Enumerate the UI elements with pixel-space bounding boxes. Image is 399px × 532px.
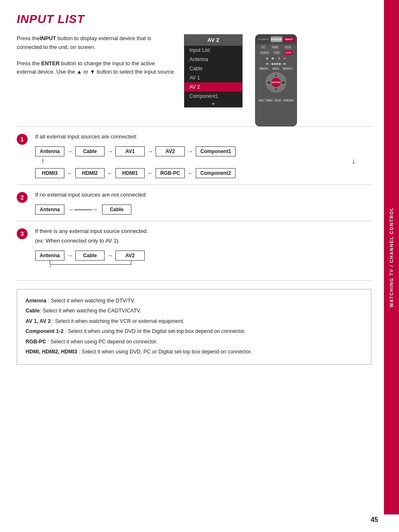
enter-bold: ENTER xyxy=(41,60,60,66)
menu-item-av1: AV 1 xyxy=(184,73,242,82)
section2: 2 If no external input sources are not c… xyxy=(17,184,371,221)
remote-bright-plus: BRIGHT+ xyxy=(282,67,293,70)
section2-content: If no external input sources are not con… xyxy=(35,191,371,215)
section1-badge: 1 xyxy=(17,134,28,145)
section1-row1: Antenna → Cable → AV1 → AV2 → Component1 xyxy=(35,146,371,156)
remote-tv-btn: TV xyxy=(260,45,266,49)
remote-enter-button: ENTER xyxy=(271,78,281,87)
section3-content: If there is any external input source co… xyxy=(35,228,371,269)
menu-mockup: AV 2 Input List Antenna Cable AV 1 AV 2 … xyxy=(184,34,243,126)
flow-cable: Cable xyxy=(75,146,105,156)
page-number: 45 xyxy=(371,516,378,524)
remote-fwd-btn: ▶▶ xyxy=(276,61,281,66)
v-arrow-left: ↑ xyxy=(41,157,45,165)
remote-play-btn: ▶ xyxy=(271,56,276,60)
arrow-l3: ← xyxy=(147,170,153,176)
flow-s2-cable: Cable xyxy=(102,205,131,215)
bottom-divider xyxy=(17,280,371,281)
flow-hdmi2: HDMI2 xyxy=(75,168,105,178)
flow-rgbpc: RGB-PC xyxy=(156,168,185,178)
remote-up-arrow: ▲ xyxy=(274,74,278,77)
arrow-l4: ← xyxy=(187,170,193,176)
remote-mockup: TV INPUT POWER INPUT TV DVB VCR AUDIO ST… xyxy=(255,34,297,126)
section1-diagram: Antenna → Cable → AV1 → AV2 → Component1… xyxy=(35,146,371,178)
flow-component2: Component2 xyxy=(196,168,235,178)
remote-pause-btn: ⏸ xyxy=(276,56,281,60)
flow-s3-cable: Cable xyxy=(75,251,105,261)
flow-hdmi3: HDMI3 xyxy=(35,168,64,178)
remote-rec-btn: ● xyxy=(282,56,287,60)
info-av-label: AV 1, AV 2 xyxy=(26,318,51,324)
remote-image: TV INPUT POWER INPUT TV DVB VCR AUDIO ST… xyxy=(255,34,297,126)
info-cable-label: Cable xyxy=(26,308,40,314)
v-arrow-right: ↓ xyxy=(352,157,356,165)
page-title: INPUT LIST xyxy=(17,13,371,26)
section1-content: If all external input sources are connec… xyxy=(35,133,371,178)
remote-next-btn: ⏭ xyxy=(282,61,287,66)
sidebar-label: WATCHING TV / CHANNEL CONTROL xyxy=(389,207,394,307)
sidebar: WATCHING TV / CHANNEL CONTROL xyxy=(384,0,399,514)
remote-mode-row: TV DVB VCR xyxy=(258,45,294,49)
s3-arrow2: → xyxy=(107,252,113,259)
remote-mode2-row: AUDIO STB HDMI xyxy=(258,51,294,55)
section1-label: If all external input sources are connec… xyxy=(35,133,371,141)
menu-arrow-down: ▼ xyxy=(184,101,242,107)
flow-av2: AV2 xyxy=(156,146,185,156)
menu-item-component1: Component1 xyxy=(184,92,242,101)
flow-antenna: Antenna xyxy=(35,146,64,156)
arrow-l1: ← xyxy=(67,170,73,176)
remote-right-arrow: ▶ xyxy=(282,81,285,84)
input-bold: INPUT xyxy=(40,35,56,41)
intro-line2: Press the ENTER button to change the inp… xyxy=(17,59,176,77)
flow-av1: AV1 xyxy=(115,146,145,156)
info-line4: Component 1-2 : Select it when using the… xyxy=(26,327,363,336)
flow-component1: Component1 xyxy=(196,146,235,156)
remote-simplink-btn: SIMPLINK xyxy=(283,99,294,102)
remote-input-button: INPUT xyxy=(284,37,294,41)
info-line5: RGB-PC : Select it when using PC depend … xyxy=(26,337,363,347)
remote-nav-circle: ▲ ▼ ◀ ▶ ENTER xyxy=(266,72,286,93)
intro-line1: Press theINPUT button to display externa… xyxy=(17,34,176,52)
flow-s2-antenna: Antenna xyxy=(35,205,64,215)
section2-label: If no external input sources are not con… xyxy=(35,191,371,199)
remote-rew-btn: ◀◀ xyxy=(271,61,276,66)
arrow1: → xyxy=(67,148,73,155)
menu-item-inputlist: Input List xyxy=(184,46,242,55)
info-line6: HDMI, HDMI2, HDMI3 : Select it when usin… xyxy=(26,347,363,357)
menu-title: AV 2 xyxy=(184,35,242,45)
arrow3: → xyxy=(147,148,153,155)
remote-left-arrow: ◀ xyxy=(267,81,270,84)
remote-power-button: POWER xyxy=(271,36,282,42)
remote-bright-minus: BRIGHT- xyxy=(259,67,269,70)
remote-seek-row: ⏮ ◀◀ ▶▶ ⏭ xyxy=(258,61,294,66)
remote-bright-row: BRIGHT- MENU BRIGHT+ xyxy=(258,67,294,70)
flow-s3-antenna: Antenna xyxy=(35,251,64,261)
remote-playback-row: ■ ▶ ⏸ ● xyxy=(258,56,294,60)
remote-stb-btn: STB xyxy=(273,51,281,55)
info-line2: Cable: Select it when watching the CADTV… xyxy=(26,306,363,316)
remote-timer-btn: TIMER xyxy=(265,99,273,102)
section3-row: Antenna → Cable → AV2 xyxy=(35,251,371,261)
info-rgbpc-label: RGB-PC xyxy=(26,339,46,345)
arrow4: → xyxy=(187,148,193,155)
remote-ratio-btn: RATIO xyxy=(274,99,282,102)
intro-block: Press theINPUT button to display externa… xyxy=(17,34,176,126)
flow-s3-av2: AV2 xyxy=(115,251,145,261)
bidir-arrow: ←———→ xyxy=(69,206,98,213)
remote-prev-btn: ⏮ xyxy=(265,61,270,66)
section3: 3 If there is any external input source … xyxy=(17,221,371,276)
menu-item-cable: Cable xyxy=(184,64,242,73)
section3-label2: (ex: When connected only to AV 2) xyxy=(35,237,371,245)
section1: 1 If all external input sources are conn… xyxy=(17,126,371,184)
info-box: Antenna : Select it when watching the DT… xyxy=(17,289,371,365)
section2-diagram: Antenna ←———→ Cable xyxy=(35,205,371,215)
section2-badge: 2 xyxy=(17,192,28,203)
remote-nav: ▲ ▼ ◀ ▶ ENTER xyxy=(263,72,289,97)
remote-bottom-row: EPG TIMER RATIO SIMPLINK xyxy=(258,99,294,102)
arrow2: → xyxy=(107,148,113,155)
loop-back: ↑ xyxy=(35,261,371,270)
remote-stop-btn: ■ xyxy=(265,56,270,60)
info-line3: AV 1, AV 2 : Select it when watching the… xyxy=(26,317,363,326)
arrow-l2: ← xyxy=(107,170,113,176)
remote-epg-btn: EPG xyxy=(258,99,264,102)
